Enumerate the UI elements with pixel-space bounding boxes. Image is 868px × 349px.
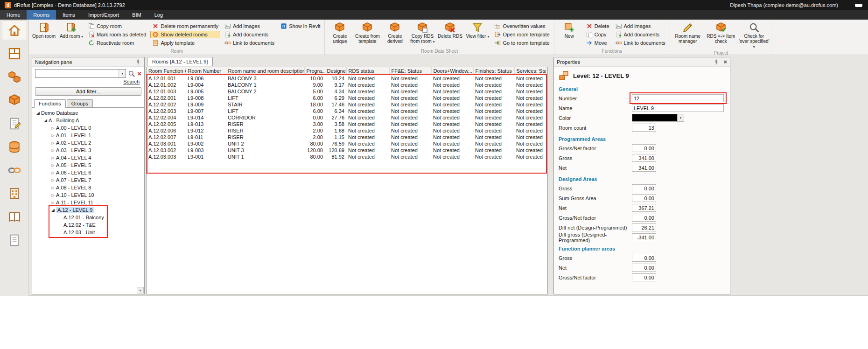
- tree-collapsed-icon[interactable]: ▷: [50, 126, 56, 130]
- sidebar-item-connections[interactable]: [2, 161, 27, 180]
- column-header-room-name-and-room-description[interactable]: Room name and room description: [226, 67, 304, 75]
- field-value-number[interactable]: 12: [632, 94, 724, 102]
- field-value-gross[interactable]: 0.00: [632, 184, 656, 192]
- tree-node-a-00-level-0[interactable]: ▷A.00 - LEVEL 0: [32, 124, 144, 132]
- ribbon-button-rds-item-check[interactable]: RDS <-> Item check: [706, 21, 736, 44]
- ribbon-button-add-room[interactable]: Add room ▾: [59, 21, 84, 40]
- search-dropdown-icon[interactable]: ▾: [119, 70, 126, 77]
- ribbon-button-view-filter[interactable]: View filter ▾: [465, 21, 490, 40]
- sidebar-item-logs[interactable]: [2, 230, 27, 250]
- tree-node-a-10-level-10[interactable]: ▷A.10 - LEVEL 10: [32, 191, 144, 199]
- ribbon-button-link-to-documents[interactable]: Link to documents: [223, 39, 276, 47]
- ribbon-button-go-to-room-template[interactable]: Go to room template: [492, 39, 551, 47]
- column-header-progra[interactable]: Progra...: [304, 67, 325, 75]
- sidebar-item-items[interactable]: [2, 67, 27, 87]
- tree-node-a-06-level-6[interactable]: ▷A.06 - LEVEL 6: [32, 169, 144, 176]
- menu-tab-home[interactable]: Home: [0, 10, 27, 20]
- tree-collapsed-icon[interactable]: ▷: [50, 141, 56, 145]
- room-row-a-12-03-001[interactable]: A.12.03.001L9-002UNIT 280.0076.59Not cre…: [147, 140, 546, 147]
- field-value-name[interactable]: LEVEL 9: [632, 104, 724, 112]
- color-field[interactable]: ▾: [632, 114, 684, 122]
- sidebar-item-reports[interactable]: [2, 207, 27, 227]
- ribbon-button-overwritten-values[interactable]: Overwritten values: [492, 22, 551, 30]
- column-header-ff-e-status[interactable]: FF&E: Status: [389, 67, 431, 75]
- ribbon-button-link-to-documents[interactable]: Link to documents: [614, 39, 667, 47]
- sidebar-item-products[interactable]: [2, 91, 27, 110]
- field-value-net[interactable]: 367.21: [632, 204, 656, 212]
- field-value-sum-gross-area[interactable]: 0.00: [632, 194, 656, 202]
- field-value-net[interactable]: 341.00: [632, 164, 656, 172]
- menu-tab-bim[interactable]: BIM: [126, 10, 148, 20]
- ribbon-button-new[interactable]: New: [557, 21, 582, 39]
- menu-tab-log[interactable]: Log: [148, 10, 169, 20]
- room-row-a-12-02-006[interactable]: A.12.02.006L9-012RISER2.001.68Not create…: [147, 127, 546, 134]
- tree-collapsed-icon[interactable]: ▷: [50, 156, 56, 160]
- room-row-a-12-02-004[interactable]: A.12.02.004L9-014CORRIDOR0.0027.76Not cr…: [147, 114, 546, 121]
- tree-expanded-icon[interactable]: ◢: [35, 111, 41, 115]
- menu-tab-rooms[interactable]: Rooms: [27, 10, 56, 20]
- ribbon-button-delete[interactable]: Delete: [584, 22, 611, 30]
- field-value-gross-net-factor[interactable]: 0.00: [632, 214, 656, 222]
- room-row-a-12-02-005[interactable]: A.12.02.005L9-013RISER3.003.58Not create…: [147, 121, 546, 127]
- room-row-a-12-01-001[interactable]: A.12.01.001L9-006BALCONY 310.0010.24Not …: [147, 75, 546, 82]
- pin-icon[interactable]: [713, 59, 720, 65]
- tree-node-a-03-level-3[interactable]: ▷A.03 - LEVEL 3: [32, 147, 144, 154]
- pin-icon[interactable]: [135, 59, 141, 65]
- tree-node-a-01-level-1[interactable]: ▷A.01 - LEVEL 1: [32, 132, 144, 139]
- room-row-a-12-02-003[interactable]: A.12.02.003L9-007LIFT6.006.34Not created…: [147, 108, 546, 114]
- ribbon-button-move[interactable]: Move: [584, 39, 611, 47]
- ribbon-button-open-room[interactable]: Open room: [31, 21, 56, 39]
- tree-collapsed-icon[interactable]: ▷: [50, 193, 56, 197]
- tree-node-a-05-level-5[interactable]: ▷A.05 - LEVEL 5: [32, 161, 144, 169]
- ribbon-button-copy-room[interactable]: Copy room: [86, 22, 148, 30]
- ribbon-button-add-images[interactable]: Add images: [614, 22, 667, 30]
- ribbon-button-copy-rds-from-room[interactable]: Copy RDS from room ▾: [410, 21, 435, 45]
- tree-node-a-07-level-7[interactable]: ▷A.07 - LEVEL 7: [32, 176, 144, 184]
- ribbon-button-apply-template[interactable]: Apply template: [150, 39, 220, 47]
- column-header-services-status[interactable]: Services: Status: [514, 67, 546, 75]
- clear-search-icon[interactable]: ×: [137, 70, 141, 77]
- search-icon[interactable]: [128, 70, 135, 77]
- ribbon-button-add-documents[interactable]: Add documents: [614, 31, 667, 38]
- menu-tab-import-export[interactable]: Import/Export: [82, 10, 126, 20]
- tree-node-a-08-level-8[interactable]: ▷A.08 - LEVEL 8: [32, 184, 144, 191]
- ribbon-button-room-name-manager[interactable]: Room name manager: [672, 21, 703, 44]
- column-header-rds-status[interactable]: RDS status: [346, 67, 389, 75]
- column-header-doors-window[interactable]: Doors+Window...: [431, 67, 473, 75]
- sidebar-item-documents[interactable]: [2, 114, 27, 133]
- column-header-designe[interactable]: Designe...: [325, 67, 346, 75]
- sidebar-item-rooms[interactable]: [2, 44, 27, 63]
- tree-collapsed-icon[interactable]: ▷: [50, 133, 56, 138]
- field-value-diff-gross-designed-programmed[interactable]: -341.00: [632, 233, 656, 241]
- tree-node-demo-database[interactable]: ◢Demo Database: [32, 109, 144, 117]
- column-header-room-number[interactable]: Room Number: [186, 67, 226, 75]
- tree-scroll-down-icon[interactable]: ▾: [137, 287, 144, 293]
- tree-node-a-12-02-t-e[interactable]: A.12.02 - T&E: [32, 221, 144, 229]
- tree-collapsed-icon[interactable]: ▷: [50, 163, 56, 168]
- tree-node-a-12-01-balcony[interactable]: A.12.01 - Balcony: [32, 214, 144, 221]
- ribbon-button-open-room-template[interactable]: Open room template: [492, 31, 551, 38]
- tree-expanded-icon[interactable]: ◢: [50, 208, 56, 212]
- ribbon-button-create-derived[interactable]: Create derived: [382, 21, 407, 44]
- ribbon-button-create-from-template[interactable]: Create from template: [355, 21, 380, 44]
- tree-node-a-building-a[interactable]: ◢A - Building A: [32, 117, 144, 124]
- tree-collapsed-icon[interactable]: ▷: [50, 201, 56, 205]
- add-filter-button[interactable]: Add filter...: [35, 87, 141, 96]
- tree-collapsed-icon[interactable]: ▷: [50, 148, 56, 153]
- tree-node-a-04-level-4[interactable]: ▷A.04 - LEVEL 4: [32, 154, 144, 161]
- room-row-a-12-01-003[interactable]: A.12.01.003L9-005BALCONY 25.004.34Not cr…: [147, 88, 546, 95]
- room-row-a-12-01-002[interactable]: A.12.01.002L9-004BALCONY 19.009.17Not cr…: [147, 82, 546, 88]
- navigation-tab-functions[interactable]: Functions: [34, 99, 66, 108]
- column-header-room-function[interactable]: Room Function # ▴: [147, 67, 186, 75]
- ribbon-button-show-deleted-rooms[interactable]: Show deleted rooms: [150, 31, 220, 38]
- tree-collapsed-icon[interactable]: ▷: [50, 171, 56, 175]
- ribbon-button-create-unique[interactable]: Create unique: [327, 21, 352, 44]
- search-link[interactable]: Search: [123, 79, 140, 84]
- minimize-button[interactable]: [855, 4, 862, 7]
- field-value-gross[interactable]: 341.00: [632, 154, 656, 162]
- tree-node-a-12-level-9[interactable]: ◢A.12 - LEVEL 9: [32, 206, 144, 214]
- navigation-tab-groups[interactable]: Groups: [67, 99, 93, 107]
- sidebar-item-home[interactable]: [2, 21, 27, 40]
- ribbon-button-copy[interactable]: Copy: [584, 31, 611, 38]
- ribbon-button-reactivate-room[interactable]: Reactivate room: [86, 39, 148, 47]
